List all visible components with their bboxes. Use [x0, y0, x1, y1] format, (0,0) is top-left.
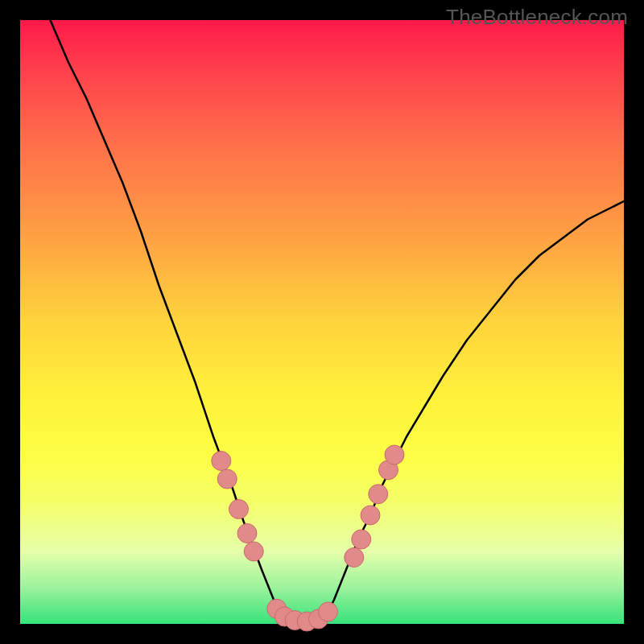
data-marker — [229, 500, 249, 519]
data-marker — [352, 530, 371, 549]
data-marker — [244, 542, 263, 561]
data-marker — [361, 506, 380, 525]
data-marker — [237, 524, 257, 543]
data-marker — [369, 485, 388, 504]
data-marker — [345, 548, 364, 568]
watermark-text: TheBottleneck.com — [446, 5, 628, 30]
data-marker — [212, 452, 231, 471]
chart-svg — [20, 20, 624, 624]
data-marker — [385, 445, 404, 464]
series-right_curve — [322, 201, 624, 624]
marker-layer — [212, 445, 404, 631]
chart-area — [20, 20, 624, 624]
curve-layer — [51, 20, 625, 624]
data-marker — [217, 469, 237, 489]
outer-frame: TheBottleneck.com — [0, 0, 644, 644]
data-marker — [319, 602, 338, 621]
